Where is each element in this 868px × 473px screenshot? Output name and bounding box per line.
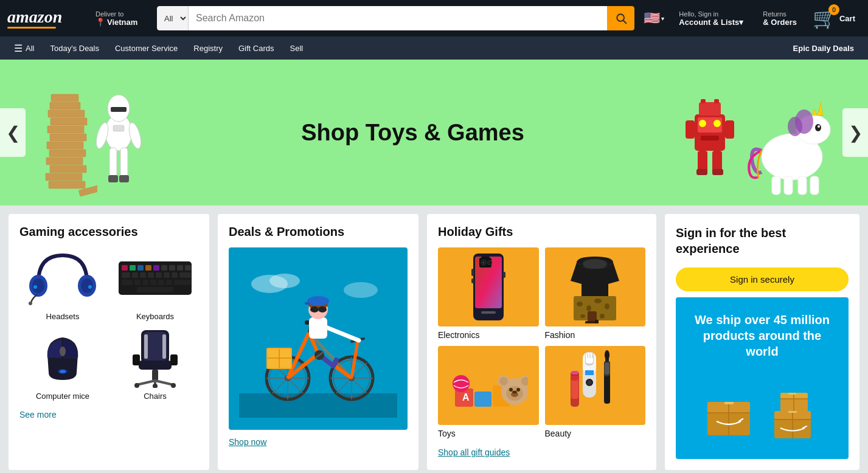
- svg-point-150: [318, 306, 327, 312]
- svg-rect-105: [162, 334, 166, 359]
- svg-rect-162: [471, 269, 474, 276]
- deals-illustration-container[interactable]: [229, 247, 408, 430]
- shop-all-link[interactable]: Shop all gift guides: [438, 447, 510, 457]
- deliver-to-area[interactable]: Deliver to 📍 Vietnam: [91, 7, 152, 30]
- svg-rect-163: [471, 278, 474, 283]
- mice-label: Computer mice: [36, 392, 89, 401]
- flag-selector[interactable]: 🇺🇸 ▾: [639, 7, 668, 29]
- product-item-keyboards[interactable]: Keyboards: [112, 247, 198, 321]
- jenga-tower-icon: [36, 78, 97, 199]
- product-item-chairs[interactable]: Chairs: [112, 327, 198, 401]
- svg-line-99: [155, 381, 173, 385]
- svg-rect-227: [788, 393, 796, 395]
- svg-point-171: [605, 303, 609, 309]
- shop-now-link[interactable]: Shop now: [229, 437, 408, 447]
- deliver-to-label: Deliver to: [95, 10, 148, 18]
- svg-point-89: [60, 347, 66, 356]
- account-arrow-icon: ▾: [739, 18, 743, 27]
- gift-item-fashion[interactable]: Fashion: [545, 247, 646, 340]
- navbar: ☰ All Today's Deals Customer Service Reg…: [0, 36, 868, 60]
- banner: ❮: [0, 60, 868, 205]
- amazon-logo[interactable]: amazon: [7, 9, 86, 29]
- svg-rect-226: [788, 411, 797, 413]
- svg-rect-73: [164, 272, 170, 278]
- svg-point-102: [171, 383, 176, 388]
- svg-point-56: [88, 285, 92, 289]
- nav-epic-deals[interactable]: Epic Daily Deals: [786, 40, 861, 57]
- search-category-select[interactable]: All: [157, 6, 189, 30]
- svg-point-189: [509, 388, 513, 392]
- svg-rect-5: [46, 157, 83, 165]
- nav-item-sell[interactable]: Sell: [283, 40, 310, 57]
- svg-rect-212: [571, 371, 578, 375]
- svg-rect-10: [50, 118, 87, 125]
- svg-rect-88: [153, 265, 159, 271]
- svg-rect-12: [50, 102, 80, 109]
- svg-rect-7: [47, 142, 83, 149]
- svg-rect-68: [122, 272, 130, 278]
- banner-next-button[interactable]: ❯: [842, 108, 868, 157]
- svg-rect-33: [725, 120, 734, 139]
- svg-rect-17: [111, 107, 127, 112]
- nav-item-gift-cards[interactable]: Gift Cards: [232, 40, 281, 57]
- nav-item-registry[interactable]: Registry: [187, 40, 229, 57]
- svg-rect-80: [158, 280, 164, 285]
- svg-point-103: [153, 384, 158, 388]
- headset-icon: [26, 249, 99, 307]
- gift-item-toys[interactable]: A: [438, 346, 539, 438]
- svg-rect-161: [481, 257, 490, 260]
- location-pin-icon: 📍: [95, 18, 105, 27]
- svg-point-202: [587, 380, 592, 385]
- product-item-mice[interactable]: Computer mice: [19, 327, 106, 401]
- svg-rect-22: [108, 175, 118, 182]
- returns-area[interactable]: Returns & Orders: [757, 7, 802, 30]
- svg-rect-77: [134, 280, 141, 285]
- nav-item-customer-service[interactable]: Customer Service: [108, 40, 184, 57]
- svg-rect-47: [772, 176, 780, 195]
- svg-rect-67: [185, 265, 191, 271]
- svg-rect-205: [605, 362, 609, 375]
- svg-point-57: [29, 302, 32, 305]
- svg-rect-50: [810, 176, 819, 195]
- svg-rect-79: [150, 280, 156, 285]
- search-bar: All: [157, 6, 634, 30]
- main-content: Gaming accessories: [0, 205, 868, 473]
- gift-item-electronics[interactable]: Electronics: [438, 247, 539, 340]
- svg-rect-81: [166, 280, 172, 285]
- svg-point-168: [577, 302, 583, 306]
- gift-item-beauty[interactable]: Beauty: [545, 346, 646, 438]
- account-area[interactable]: Hello, Sign in Account & Lists ▾: [673, 7, 752, 30]
- svg-point-190: [516, 388, 520, 392]
- svg-rect-96: [170, 354, 178, 365]
- signin-button[interactable]: Sign in securely: [676, 268, 849, 291]
- svg-point-174: [580, 314, 585, 318]
- svg-rect-164: [503, 272, 505, 278]
- nav-item-all[interactable]: ☰ All: [7, 38, 41, 58]
- svg-line-1: [623, 21, 627, 24]
- nav-item-deals[interactable]: Today's Deals: [43, 40, 106, 57]
- svg-line-139: [333, 360, 336, 366]
- svg-rect-76: [122, 280, 133, 285]
- fashion-icon: [558, 250, 631, 323]
- svg-rect-165: [481, 311, 496, 314]
- hamburger-icon: ☰: [14, 43, 23, 54]
- svg-rect-70: [140, 272, 146, 278]
- svg-rect-87: [145, 265, 151, 271]
- svg-rect-38: [714, 99, 719, 103]
- keyboard-label: Keyboards: [136, 312, 174, 321]
- search-button[interactable]: [607, 6, 634, 30]
- cart-area[interactable]: 🛒 0 Cart: [807, 4, 861, 33]
- banner-prev-button[interactable]: ❮: [0, 108, 26, 157]
- shipping-banner: We ship over 45 million products around …: [676, 297, 849, 459]
- electronics-label: Electronics: [438, 330, 539, 340]
- flag-arrow-icon: ▾: [661, 15, 664, 22]
- delivery-bike-icon: [239, 260, 397, 418]
- svg-rect-97: [152, 370, 158, 381]
- svg-rect-2: [49, 181, 85, 188]
- see-more-link[interactable]: See more: [19, 410, 57, 419]
- search-input[interactable]: [189, 6, 607, 30]
- product-item-headsets[interactable]: Headsets: [19, 247, 106, 321]
- svg-rect-75: [179, 272, 191, 278]
- svg-point-207: [605, 350, 609, 360]
- computer-mouse-icon: [35, 330, 90, 385]
